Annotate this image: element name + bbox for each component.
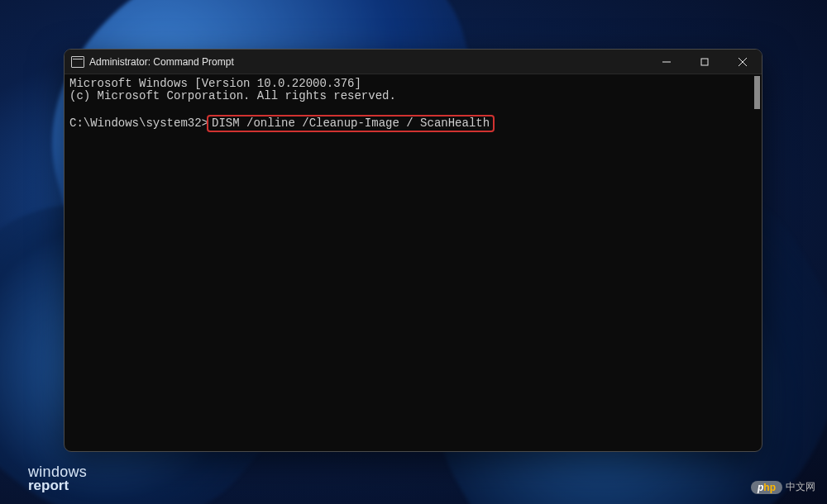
terminal-prompt-row: C:\Windows\system32>DISM /online /Cleanu… bbox=[69, 115, 757, 132]
watermark-line2: report bbox=[28, 479, 87, 492]
terminal-output-line: (c) Microsoft Corporation. All rights re… bbox=[69, 90, 757, 102]
terminal-command: DISM /online /Cleanup-Image / ScanHealth bbox=[212, 116, 490, 130]
watermark-php-cn: php 中文网 bbox=[751, 480, 815, 494]
window-title: Administrator: Command Prompt bbox=[89, 56, 648, 68]
command-highlight: DISM /online /Cleanup-Image / ScanHealth bbox=[207, 115, 495, 132]
maximize-icon bbox=[700, 58, 709, 66]
scrollbar-thumb[interactable] bbox=[754, 76, 760, 109]
badge-hp: hp bbox=[763, 482, 776, 493]
terminal-prompt-path: C:\Windows\system32> bbox=[69, 117, 208, 130]
command-prompt-window: Administrator: Command Prompt Microsoft … bbox=[64, 49, 762, 452]
minimize-button[interactable] bbox=[648, 50, 686, 74]
svg-rect-1 bbox=[701, 59, 708, 65]
terminal-body[interactable]: Microsoft Windows [Version 10.0.22000.37… bbox=[65, 74, 762, 451]
terminal-output-line: Microsoft Windows [Version 10.0.22000.37… bbox=[69, 78, 757, 90]
watermark-windowsreport: windows report bbox=[28, 465, 87, 492]
php-badge: php bbox=[751, 481, 782, 494]
minimize-icon bbox=[662, 58, 671, 66]
titlebar[interactable]: Administrator: Command Prompt bbox=[65, 50, 762, 74]
close-icon bbox=[739, 58, 747, 66]
window-controls bbox=[648, 50, 762, 74]
cn-text: 中文网 bbox=[786, 480, 815, 494]
maximize-button[interactable] bbox=[686, 50, 724, 74]
cmd-icon bbox=[71, 56, 84, 68]
close-button[interactable] bbox=[724, 50, 762, 74]
